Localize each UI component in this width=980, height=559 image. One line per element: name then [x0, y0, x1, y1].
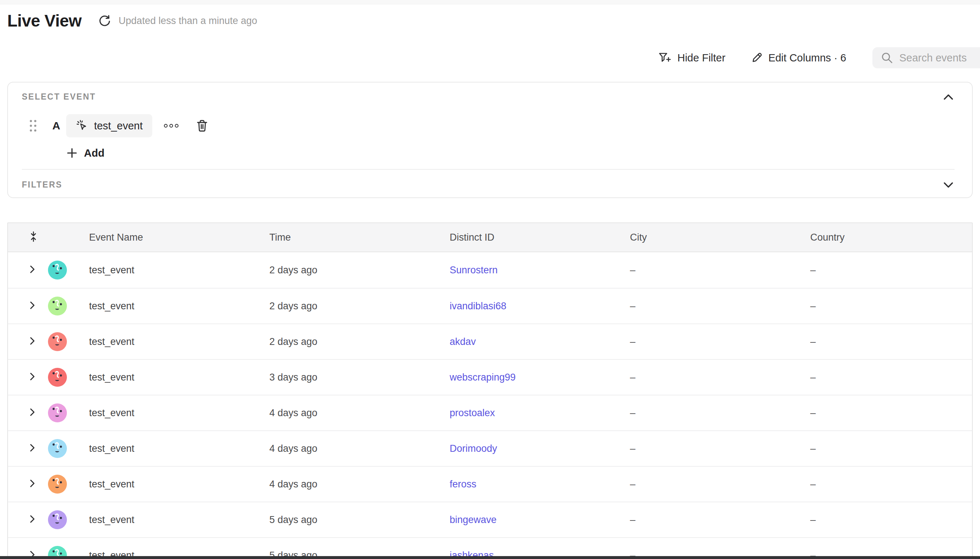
event-chip-label: test_event: [94, 120, 143, 132]
drag-handle[interactable]: [30, 120, 36, 132]
table-row: test_event 2 days ago akdav – –: [8, 324, 972, 359]
distinct-id-link[interactable]: prostoalex: [450, 407, 495, 418]
query-builder-panel: SELECT EVENT A: [7, 82, 973, 198]
edit-columns-button[interactable]: Edit Columns · 6: [751, 52, 846, 64]
cell-event-name: test_event: [82, 265, 262, 276]
more-options-button[interactable]: [163, 123, 179, 128]
cell-event-name: test_event: [82, 479, 262, 490]
cell-city: –: [623, 407, 803, 419]
cell-time: 4 days ago: [262, 443, 442, 454]
table-row: test_event 3 days ago webscraping99 – –: [8, 359, 972, 395]
select-event-section: SELECT EVENT A: [8, 83, 972, 170]
table-row: test_event 4 days ago prostoalex – –: [8, 395, 972, 430]
table-header-row: Event Name Time Distinct ID City Country: [8, 223, 972, 252]
cell-country: –: [803, 372, 972, 383]
user-avatar: [48, 261, 82, 280]
cell-city: –: [623, 514, 803, 526]
distinct-id-link[interactable]: webscraping99: [450, 372, 516, 383]
add-event-button[interactable]: Add: [66, 146, 104, 160]
refresh-icon: [98, 14, 111, 27]
user-avatar: [48, 510, 82, 529]
cell-event-name: test_event: [82, 301, 262, 312]
cell-time: 2 days ago: [262, 336, 442, 347]
cell-city: –: [623, 336, 803, 347]
window-top-edge: [0, 0, 980, 4]
cursor-click-icon: [76, 119, 89, 132]
trash-icon: [196, 119, 208, 132]
hide-filter-label: Hide Filter: [677, 52, 725, 64]
table-row: test_event 4 days ago feross – –: [8, 466, 972, 501]
filters-section: FILTERS: [8, 170, 972, 190]
filter-plus-icon: [658, 52, 671, 64]
cell-time: 5 days ago: [262, 514, 442, 526]
event-row: A test_event: [22, 114, 955, 138]
user-avatar: [48, 332, 82, 351]
cell-event-name: test_event: [82, 336, 262, 347]
cell-country: –: [803, 479, 972, 490]
collapse-all-rows-button[interactable]: [28, 231, 38, 242]
distinct-id-link[interactable]: feross: [450, 479, 476, 490]
cell-city: –: [623, 265, 803, 276]
edit-columns-label: Edit Columns · 6: [768, 52, 846, 64]
cell-city: –: [623, 479, 803, 490]
distinct-id-link[interactable]: Dorimoody: [450, 443, 497, 454]
events-table: Event Name Time Distinct ID City Country: [7, 222, 973, 559]
cell-time: 4 days ago: [262, 407, 442, 419]
table-row: test_event 5 days ago jashkenas – –: [8, 537, 972, 559]
cell-country: –: [803, 336, 972, 347]
cell-city: –: [623, 301, 803, 312]
delete-event-button[interactable]: [196, 119, 208, 132]
cell-country: –: [803, 407, 972, 419]
collapse-select-event-button[interactable]: [942, 93, 955, 101]
distinct-id-link[interactable]: bingewave: [450, 514, 497, 525]
column-header-distinct-id: Distinct ID: [442, 232, 623, 243]
cell-city: –: [623, 443, 803, 454]
cell-event-name: test_event: [82, 514, 262, 526]
user-avatar: [48, 296, 82, 316]
cell-event-name: test_event: [82, 407, 262, 419]
search-box: [873, 47, 980, 68]
distinct-id-link[interactable]: Sunrostern: [450, 265, 497, 276]
cell-event-name: test_event: [82, 443, 262, 454]
window-bottom-bar: [0, 556, 980, 559]
chevron-down-icon: [944, 182, 953, 188]
collapse-rows-icon: [28, 231, 38, 242]
refresh-button[interactable]: [98, 14, 111, 27]
select-event-label: SELECT EVENT: [22, 92, 96, 102]
table-row: test_event 2 days ago Sunrostern – –: [8, 252, 972, 288]
cell-country: –: [803, 514, 972, 526]
cell-country: –: [803, 265, 972, 276]
cell-country: –: [803, 301, 972, 312]
column-header-city: City: [623, 232, 803, 243]
event-letter: A: [52, 119, 60, 132]
pencil-icon: [751, 52, 763, 64]
more-options-icon: [164, 124, 168, 127]
table-body: test_event 2 days ago Sunrostern – –: [8, 252, 972, 559]
chevron-up-icon: [944, 94, 953, 100]
search-icon: [881, 52, 893, 64]
cell-time: 2 days ago: [262, 301, 442, 312]
page-title: Live View: [7, 11, 81, 31]
cell-event-name: test_event: [82, 372, 262, 383]
table-row: test_event 4 days ago Dorimoody – –: [8, 430, 972, 466]
cell-time: 2 days ago: [262, 265, 442, 276]
add-label: Add: [84, 147, 104, 159]
column-header-country: Country: [803, 232, 972, 243]
user-avatar: [48, 404, 82, 422]
user-avatar: [48, 475, 82, 494]
updated-status: Updated less than a minute ago: [119, 15, 257, 26]
user-avatar: [48, 368, 82, 387]
event-selector-chip[interactable]: test_event: [66, 114, 152, 137]
hide-filter-button[interactable]: Hide Filter: [658, 52, 725, 64]
expand-filters-button[interactable]: [942, 181, 955, 189]
column-header-event-name: Event Name: [82, 232, 262, 243]
filters-label: FILTERS: [22, 180, 63, 190]
cell-city: –: [623, 372, 803, 383]
user-avatar: [48, 439, 82, 458]
plus-icon: [66, 147, 78, 159]
table-row: test_event 2 days ago ivandiblasi68 – –: [8, 288, 972, 324]
distinct-id-link[interactable]: akdav: [450, 336, 476, 347]
search-input[interactable]: [899, 52, 978, 64]
cell-time: 4 days ago: [262, 479, 442, 490]
distinct-id-link[interactable]: ivandiblasi68: [450, 301, 506, 311]
